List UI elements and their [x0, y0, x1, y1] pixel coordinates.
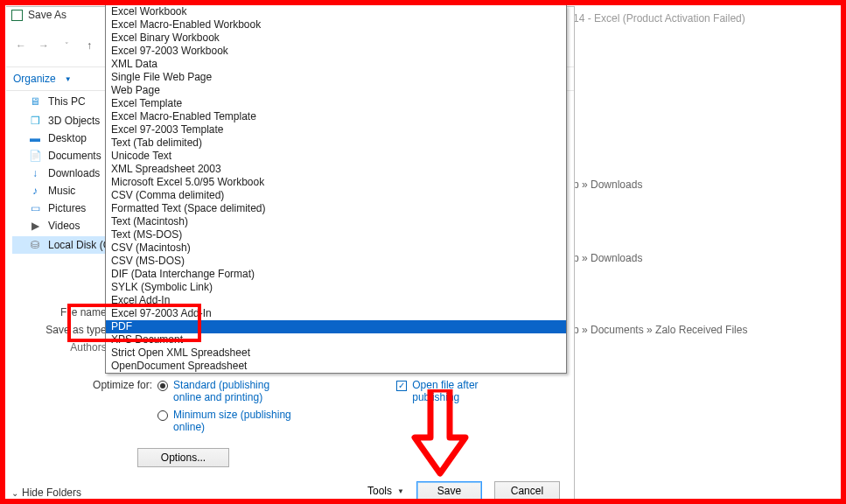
optimize-minimum-option[interactable]: Minimum size (publishing online) — [157, 409, 300, 433]
filetype-option[interactable]: Unicode Text — [106, 150, 566, 163]
tree-item-label: Videos — [48, 220, 80, 232]
filetype-option[interactable]: CSV (MS-DOS) — [106, 255, 566, 268]
tree-item-label: Downloads — [48, 167, 100, 179]
save-button[interactable]: Save — [416, 481, 482, 500]
save-as-dialog: Save As ← → ˅ ↑ ⬇ Organize ▼ Ne 🖥This PC… — [6, 6, 575, 500]
filetype-option[interactable]: Excel Binary Workbook — [106, 32, 566, 45]
tree-item-label: Local Disk (C: — [48, 239, 114, 251]
open-after-option[interactable]: Open file after publishing — [396, 379, 570, 403]
radio-minimum-icon[interactable] — [157, 410, 168, 421]
tools-dropdown-icon[interactable]: ▼ — [397, 487, 404, 495]
filetype-option[interactable]: Excel 97-2003 Workbook — [106, 45, 566, 58]
nav-forward-icon[interactable]: → — [36, 39, 52, 52]
filetype-option[interactable]: XML Spreadsheet 2003 — [106, 163, 566, 176]
tree-item-label: Pictures — [48, 202, 86, 214]
filetype-option[interactable]: CSV (Comma delimited) — [106, 189, 566, 202]
filetype-option[interactable]: XPS Document — [106, 333, 566, 346]
dialog-bottom-row: Tools ▼ Save Cancel — [367, 481, 560, 500]
filetype-option[interactable]: Microsoft Excel 5.0/95 Workbook — [106, 176, 566, 189]
folder-icon: ▭ — [28, 202, 42, 214]
options-button[interactable]: Options... — [137, 448, 229, 467]
filetype-option[interactable]: PDF — [106, 320, 566, 333]
filetype-option[interactable]: Excel 97-2003 Template — [106, 123, 566, 136]
tree-item-label: Music — [48, 185, 75, 197]
organize-dropdown-icon[interactable]: ▼ — [65, 75, 72, 83]
filetype-option[interactable]: XML Data — [106, 58, 566, 71]
open-after-label: Open file after publishing — [412, 379, 500, 403]
save-as-type-dropdown[interactable]: Excel WorkbookExcel Macro-Enabled Workbo… — [105, 5, 567, 374]
excel-icon — [11, 10, 23, 21]
authors-label: Authors: — [39, 341, 109, 354]
folder-icon: ♪ — [28, 185, 42, 197]
filetype-option[interactable]: Excel Template — [106, 97, 566, 110]
filetype-option[interactable]: Web Page — [106, 84, 566, 97]
filetype-option[interactable]: Text (Macintosh) — [106, 215, 566, 228]
filetype-option[interactable]: Excel 97-2003 Add-In — [106, 307, 566, 320]
optimize-standard-label: Standard (publishing online and printing… — [173, 379, 296, 403]
filetype-option[interactable]: Strict Open XML Spreadsheet — [106, 346, 566, 360]
hide-folders-label: Hide Folders — [22, 486, 81, 499]
folder-icon: ▶ — [28, 220, 42, 232]
excel-window-title: 14 - Excel (Product Activation Failed) — [573, 12, 745, 24]
tree-item-label: This PC — [48, 95, 86, 108]
folder-icon: ↓ — [28, 167, 42, 179]
filetype-option[interactable]: Text (MS-DOS) — [106, 228, 566, 242]
optimize-standard-option[interactable]: Standard (publishing online and printing… — [157, 379, 300, 403]
folder-icon: ▬ — [28, 132, 42, 144]
file-name-label: File name: — [39, 306, 109, 318]
filetype-option[interactable]: Text (Tab delimited) — [106, 136, 566, 150]
nav-back-icon[interactable]: ← — [13, 39, 29, 52]
chevron-down-icon: ⌄ — [11, 488, 18, 498]
filetype-option[interactable]: Excel Macro-Enabled Template — [106, 110, 566, 123]
folder-icon: 🖥 — [28, 95, 42, 108]
bg-path-2: p » Downloads — [573, 252, 642, 264]
tools-menu[interactable]: Tools — [367, 485, 392, 497]
bg-path-1: p » Downloads — [573, 178, 642, 191]
tree-item-label: 3D Objects — [48, 115, 100, 127]
folder-icon: 📄 — [28, 150, 42, 162]
filetype-option[interactable]: Excel Add-In — [106, 294, 566, 307]
filetype-option[interactable]: CSV (Macintosh) — [106, 242, 566, 255]
nav-up-icon[interactable]: ↑ — [81, 39, 97, 52]
folder-icon: ❒ — [28, 115, 42, 127]
hide-folders-toggle[interactable]: ⌄ Hide Folders — [11, 486, 81, 499]
nav-recent-icon[interactable]: ˅ — [59, 41, 74, 50]
filetype-option[interactable]: SYLK (Symbolic Link) — [106, 281, 566, 294]
filetype-option[interactable]: Formatted Text (Space delimited) — [106, 202, 566, 215]
filetype-option[interactable]: OpenDocument Spreadsheet — [106, 360, 566, 373]
organize-menu[interactable]: Organize — [13, 73, 56, 85]
tree-item-label: Desktop — [48, 132, 87, 144]
folder-icon: ⛁ — [28, 239, 42, 251]
filetype-option[interactable]: DIF (Data Interchange Format) — [106, 268, 566, 281]
checkbox-open-after-icon[interactable] — [396, 381, 407, 391]
save-as-type-label: Save as type: — [39, 324, 109, 336]
filetype-option[interactable]: Excel Workbook — [106, 5, 566, 18]
bg-path-3: p » Documents » Zalo Received Files — [573, 324, 747, 336]
filetype-option[interactable]: Excel Macro-Enabled Workbook — [106, 18, 566, 32]
cancel-button[interactable]: Cancel — [494, 481, 560, 500]
dialog-title-text: Save As — [28, 9, 66, 21]
optimize-minimum-label: Minimum size (publishing online) — [173, 409, 296, 433]
tree-item-label: Documents — [48, 150, 101, 162]
optimize-for-label: Optimize for: — [80, 379, 157, 433]
filetype-option[interactable]: Single File Web Page — [106, 71, 566, 84]
optimize-options: Optimize for: Standard (publishing onlin… — [80, 379, 570, 433]
radio-standard-icon[interactable] — [157, 381, 168, 391]
